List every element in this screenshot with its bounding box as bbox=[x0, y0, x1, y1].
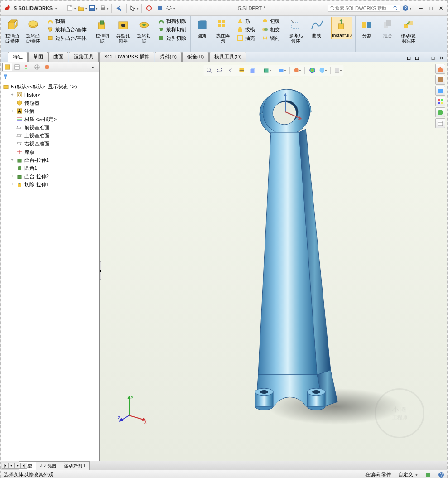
tree-item[interactable]: 右视基准面 bbox=[2, 140, 98, 148]
tree-item[interactable]: 前视基准面 bbox=[2, 123, 98, 131]
tree-item[interactable]: +凸台-拉伸2 bbox=[2, 172, 98, 180]
tree-item[interactable]: 上视基准面 bbox=[2, 131, 98, 140]
custom-props-icon[interactable] bbox=[435, 118, 445, 128]
fm-tab-display[interactable] bbox=[42, 63, 52, 71]
tab-features[interactable]: 特征 bbox=[8, 52, 28, 62]
design-library-icon[interactable] bbox=[435, 75, 445, 85]
tab-addins[interactable]: SOLIDWORKS 插件 bbox=[99, 52, 154, 62]
tab-sketch[interactable]: 草图 bbox=[28, 52, 48, 62]
appearances-icon[interactable] bbox=[435, 107, 445, 117]
sweep-button[interactable]: 扫描 bbox=[45, 17, 88, 25]
settings-button[interactable]: ▼ bbox=[166, 3, 176, 13]
search-go-icon[interactable] bbox=[393, 5, 398, 11]
btab-3dview[interactable]: 3D 视图 bbox=[36, 461, 60, 470]
undo-button[interactable] bbox=[114, 3, 124, 13]
minimize-button[interactable]: ─ bbox=[417, 4, 425, 12]
help-button[interactable]: ?▼ bbox=[402, 3, 412, 13]
tree-item[interactable]: +A注解 bbox=[2, 107, 98, 115]
btab-last[interactable]: ▸| bbox=[21, 463, 27, 469]
tree-root[interactable]: 5 (默认<<默认>_显示状态 1>) bbox=[2, 82, 98, 91]
sidebar-splitter[interactable]: ◂ bbox=[100, 261, 101, 280]
tab-moldtools[interactable]: 模具工具(O) bbox=[209, 52, 246, 62]
graphics-viewport[interactable]: ◂ ▼ ▼ ▼ appearance ▼ ▼ bbox=[100, 62, 447, 461]
tree-item[interactable]: +凸台-拉伸1 bbox=[2, 156, 98, 164]
resources-icon[interactable] bbox=[435, 64, 445, 74]
edit-appearance-icon[interactable]: ▼ bbox=[293, 66, 302, 75]
doc-options-icon[interactable]: ⊡ bbox=[405, 54, 412, 62]
doc-options2-icon[interactable]: ⊡ bbox=[413, 54, 420, 62]
view-settings-icon[interactable]: ▼ bbox=[333, 66, 342, 75]
filter-bar[interactable] bbox=[1, 72, 99, 81]
cut-sweep-button[interactable]: 扫描切除 bbox=[156, 17, 188, 25]
ref-geometry-button[interactable]: 参考几 何体 bbox=[287, 17, 304, 44]
doc-close-button[interactable]: ✕ bbox=[438, 54, 445, 62]
tree-item[interactable]: +切除-拉伸1 bbox=[2, 180, 98, 188]
options-button[interactable] bbox=[155, 3, 165, 13]
wrap-button[interactable]: 包覆 bbox=[260, 17, 281, 25]
btab-prev[interactable]: ◂ bbox=[8, 463, 14, 469]
status-flag-icon[interactable] bbox=[425, 472, 431, 478]
move-copy-button[interactable]: 移动/复 制实体 bbox=[400, 17, 417, 44]
tab-weldments[interactable]: 焊件(D) bbox=[155, 52, 182, 62]
appearance-sphere-icon[interactable]: appearance bbox=[308, 66, 317, 75]
save-button[interactable]: ▼ bbox=[88, 3, 98, 13]
zoom-fit-icon[interactable] bbox=[204, 66, 213, 75]
help-search[interactable] bbox=[328, 5, 400, 12]
extrude-boss-button[interactable]: 拉伸凸 台/基体 bbox=[4, 17, 21, 44]
search-input[interactable] bbox=[335, 6, 393, 11]
close-button[interactable]: ✕ bbox=[437, 4, 445, 12]
split-button[interactable]: 分割 bbox=[358, 17, 376, 39]
fm-tab-property[interactable] bbox=[12, 63, 22, 71]
zoom-area-icon[interactable] bbox=[215, 66, 224, 75]
section-view-icon[interactable] bbox=[237, 66, 246, 75]
file-explorer-icon[interactable] bbox=[435, 86, 445, 96]
select-button[interactable]: ▼ bbox=[129, 3, 139, 13]
rib-button[interactable]: 筋 bbox=[235, 17, 256, 25]
tab-render[interactable]: 渲染工具 bbox=[69, 52, 99, 62]
doc-min-button[interactable]: ─ bbox=[421, 54, 429, 62]
combine-button[interactable]: 组合 bbox=[379, 17, 396, 39]
mirror-button[interactable]: 镜向 bbox=[260, 34, 281, 42]
tab-surface[interactable]: 曲面 bbox=[48, 52, 68, 62]
tree-item[interactable]: 传感器 bbox=[2, 99, 98, 107]
intersect-button[interactable]: 相交 bbox=[260, 25, 281, 34]
hide-show-icon[interactable]: ▼ bbox=[278, 66, 287, 75]
tab-sheetmetal[interactable]: 钣金(H) bbox=[182, 52, 209, 62]
cut-revolve-button[interactable]: 旋转切 除 bbox=[135, 17, 153, 44]
draft-button[interactable]: 拔模 bbox=[235, 25, 256, 34]
scene-icon[interactable]: ▼ bbox=[318, 66, 328, 75]
new-file-button[interactable]: ▼ bbox=[67, 3, 77, 13]
tree-item[interactable]: +History bbox=[2, 91, 98, 99]
hole-wizard-button[interactable]: 异型孔 向导 bbox=[115, 17, 132, 44]
revolve-boss-button[interactable]: 旋转凸 台/基体 bbox=[24, 17, 42, 44]
tree-item[interactable]: 原点 bbox=[2, 148, 98, 156]
status-info-icon[interactable]: ? bbox=[438, 472, 444, 478]
btab-motion[interactable]: 运动算例 1 bbox=[60, 461, 90, 470]
doc-max-button[interactable]: □ bbox=[429, 54, 437, 62]
btab-first[interactable]: |◂ bbox=[2, 463, 8, 469]
linear-pattern-button[interactable]: 线性阵 列 bbox=[214, 17, 231, 44]
maximize-button[interactable]: □ bbox=[427, 4, 435, 12]
view-orientation-icon[interactable] bbox=[248, 66, 257, 75]
cut-boundary-button[interactable]: 边界切除 bbox=[156, 34, 188, 42]
rebuild-button[interactable] bbox=[144, 3, 154, 13]
instant3d-button[interactable]: Instant3D bbox=[331, 17, 352, 39]
loft-button[interactable]: 放样凸台/基体 bbox=[45, 25, 88, 34]
fillet-button[interactable]: 圆角 bbox=[193, 17, 211, 39]
status-custom[interactable]: 自定义 ▼ bbox=[398, 471, 418, 478]
fm-tab-tree[interactable] bbox=[2, 63, 12, 71]
cut-loft-button[interactable]: 放样切割 bbox=[156, 25, 188, 34]
cut-extrude-button[interactable]: 拉伸切 除 bbox=[94, 17, 111, 44]
view-palette-icon[interactable] bbox=[435, 97, 445, 106]
print-button[interactable]: ▼ bbox=[99, 3, 109, 13]
fm-tab-config[interactable] bbox=[22, 63, 32, 71]
btab-next[interactable]: ▸ bbox=[14, 463, 21, 469]
fm-tab-dimxpert[interactable] bbox=[32, 63, 42, 71]
orientation-triad[interactable]: y x z bbox=[118, 393, 149, 425]
fm-expand-button[interactable]: » bbox=[88, 63, 98, 71]
curves-button[interactable]: 曲线 bbox=[308, 17, 325, 39]
shell-button[interactable]: 抽壳 bbox=[235, 34, 256, 42]
open-file-button[interactable]: ▼ bbox=[77, 3, 87, 13]
boundary-button[interactable]: 边界凸台/基体 bbox=[45, 34, 88, 42]
display-style-icon[interactable]: ▼ bbox=[263, 66, 272, 75]
